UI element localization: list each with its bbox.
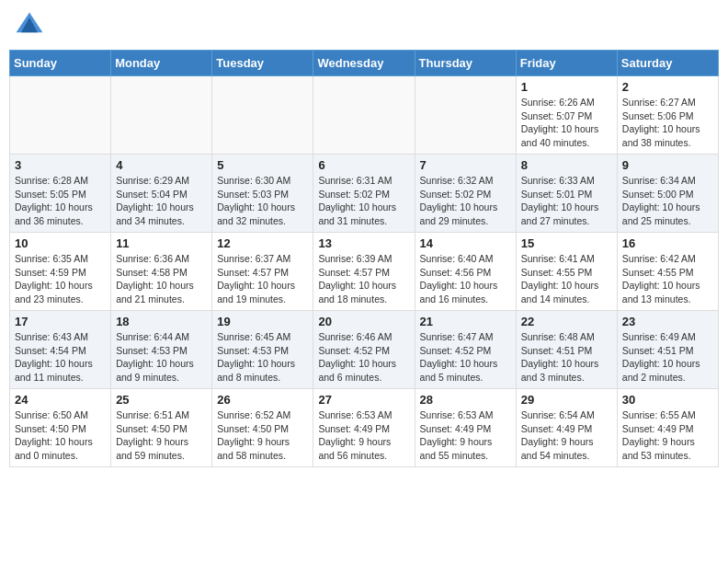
day-info: Sunrise: 6:34 AM Sunset: 5:00 PM Dayligh… <box>622 174 713 228</box>
calendar-day-cell: 8Sunrise: 6:33 AM Sunset: 5:01 PM Daylig… <box>516 155 617 233</box>
calendar-day-cell: 28Sunrise: 6:53 AM Sunset: 4:49 PM Dayli… <box>415 389 516 467</box>
day-info: Sunrise: 6:53 AM Sunset: 4:49 PM Dayligh… <box>318 408 409 463</box>
calendar-day-cell: 30Sunrise: 6:55 AM Sunset: 4:49 PM Dayli… <box>617 389 718 467</box>
day-number: 29 <box>521 393 612 407</box>
day-number: 3 <box>15 158 106 172</box>
day-number: 22 <box>521 315 612 328</box>
calendar-day-cell <box>313 76 415 155</box>
day-info: Sunrise: 6:50 AM Sunset: 4:50 PM Dayligh… <box>15 408 106 463</box>
day-number: 14 <box>420 236 511 250</box>
day-info: Sunrise: 6:27 AM Sunset: 5:06 PM Dayligh… <box>622 96 713 150</box>
calendar-day-cell: 13Sunrise: 6:39 AM Sunset: 4:57 PM Dayli… <box>313 233 415 311</box>
calendar-week-row: 17Sunrise: 6:43 AM Sunset: 4:54 PM Dayli… <box>10 311 719 389</box>
day-number: 1 <box>521 80 612 94</box>
day-number: 23 <box>622 315 713 328</box>
day-number: 7 <box>420 158 511 172</box>
day-info: Sunrise: 6:46 AM Sunset: 4:52 PM Dayligh… <box>318 330 409 385</box>
calendar-day-cell: 6Sunrise: 6:31 AM Sunset: 5:02 PM Daylig… <box>313 155 415 233</box>
day-info: Sunrise: 6:31 AM Sunset: 5:02 PM Dayligh… <box>318 174 409 228</box>
day-number: 10 <box>15 236 106 250</box>
weekday-header-cell: Thursday <box>415 51 516 76</box>
calendar-day-cell <box>111 76 212 155</box>
calendar-week-row: 24Sunrise: 6:50 AM Sunset: 4:50 PM Dayli… <box>10 389 719 467</box>
calendar-day-cell: 9Sunrise: 6:34 AM Sunset: 5:00 PM Daylig… <box>617 155 718 233</box>
day-info: Sunrise: 6:48 AM Sunset: 4:51 PM Dayligh… <box>521 330 612 385</box>
calendar-day-cell: 15Sunrise: 6:41 AM Sunset: 4:55 PM Dayli… <box>516 233 617 311</box>
weekday-header-cell: Friday <box>516 51 617 76</box>
day-info: Sunrise: 6:30 AM Sunset: 5:03 PM Dayligh… <box>217 174 308 228</box>
day-info: Sunrise: 6:36 AM Sunset: 4:58 PM Dayligh… <box>116 252 207 306</box>
calendar-day-cell: 26Sunrise: 6:52 AM Sunset: 4:50 PM Dayli… <box>212 389 313 467</box>
calendar-day-cell: 20Sunrise: 6:46 AM Sunset: 4:52 PM Dayli… <box>313 311 415 389</box>
calendar-day-cell: 22Sunrise: 6:48 AM Sunset: 4:51 PM Dayli… <box>516 311 617 389</box>
day-info: Sunrise: 6:49 AM Sunset: 4:51 PM Dayligh… <box>622 330 713 385</box>
day-number: 5 <box>217 158 308 172</box>
day-info: Sunrise: 6:26 AM Sunset: 5:07 PM Dayligh… <box>521 96 612 150</box>
calendar-week-row: 1Sunrise: 6:26 AM Sunset: 5:07 PM Daylig… <box>10 76 719 155</box>
logo <box>13 9 51 42</box>
calendar-day-cell: 10Sunrise: 6:35 AM Sunset: 4:59 PM Dayli… <box>10 233 111 311</box>
day-info: Sunrise: 6:54 AM Sunset: 4:49 PM Dayligh… <box>521 408 612 463</box>
day-number: 16 <box>622 236 713 250</box>
day-info: Sunrise: 6:42 AM Sunset: 4:55 PM Dayligh… <box>622 252 713 306</box>
day-info: Sunrise: 6:29 AM Sunset: 5:04 PM Dayligh… <box>116 174 207 228</box>
calendar-day-cell: 16Sunrise: 6:42 AM Sunset: 4:55 PM Dayli… <box>617 233 718 311</box>
calendar-day-cell: 25Sunrise: 6:51 AM Sunset: 4:50 PM Dayli… <box>111 389 212 467</box>
logo-icon <box>13 9 46 42</box>
calendar-day-cell: 11Sunrise: 6:36 AM Sunset: 4:58 PM Dayli… <box>111 233 212 311</box>
day-number: 4 <box>116 158 207 172</box>
day-info: Sunrise: 6:41 AM Sunset: 4:55 PM Dayligh… <box>521 252 612 306</box>
day-number: 8 <box>521 158 612 172</box>
weekday-header-cell: Wednesday <box>313 51 415 76</box>
day-number: 30 <box>622 393 713 407</box>
day-info: Sunrise: 6:32 AM Sunset: 5:02 PM Dayligh… <box>420 174 511 228</box>
day-number: 27 <box>318 393 409 407</box>
day-number: 25 <box>116 393 207 407</box>
day-info: Sunrise: 6:37 AM Sunset: 4:57 PM Dayligh… <box>217 252 308 306</box>
weekday-header-row: SundayMondayTuesdayWednesdayThursdayFrid… <box>10 51 719 76</box>
calendar-day-cell: 19Sunrise: 6:45 AM Sunset: 4:53 PM Dayli… <box>212 311 313 389</box>
calendar-day-cell: 12Sunrise: 6:37 AM Sunset: 4:57 PM Dayli… <box>212 233 313 311</box>
day-info: Sunrise: 6:28 AM Sunset: 5:05 PM Dayligh… <box>15 174 106 228</box>
day-number: 19 <box>217 315 308 328</box>
calendar-day-cell <box>10 76 111 155</box>
calendar-week-row: 3Sunrise: 6:28 AM Sunset: 5:05 PM Daylig… <box>10 155 719 233</box>
day-number: 15 <box>521 236 612 250</box>
day-info: Sunrise: 6:43 AM Sunset: 4:54 PM Dayligh… <box>15 330 106 385</box>
day-info: Sunrise: 6:47 AM Sunset: 4:52 PM Dayligh… <box>420 330 511 385</box>
day-info: Sunrise: 6:40 AM Sunset: 4:56 PM Dayligh… <box>420 252 511 306</box>
day-number: 18 <box>116 315 207 328</box>
day-number: 24 <box>15 393 106 407</box>
day-info: Sunrise: 6:55 AM Sunset: 4:49 PM Dayligh… <box>622 408 713 463</box>
day-number: 9 <box>622 158 713 172</box>
day-number: 11 <box>116 236 207 250</box>
day-number: 20 <box>318 315 409 328</box>
calendar-day-cell: 1Sunrise: 6:26 AM Sunset: 5:07 PM Daylig… <box>516 76 617 155</box>
day-number: 2 <box>622 80 713 94</box>
day-info: Sunrise: 6:51 AM Sunset: 4:50 PM Dayligh… <box>116 408 207 463</box>
day-info: Sunrise: 6:52 AM Sunset: 4:50 PM Dayligh… <box>217 408 308 463</box>
day-info: Sunrise: 6:44 AM Sunset: 4:53 PM Dayligh… <box>116 330 207 385</box>
calendar-day-cell <box>415 76 516 155</box>
day-number: 28 <box>420 393 511 407</box>
weekday-header-cell: Tuesday <box>212 51 313 76</box>
calendar-table: SundayMondayTuesdayWednesdayThursdayFrid… <box>9 50 719 467</box>
calendar-day-cell: 3Sunrise: 6:28 AM Sunset: 5:05 PM Daylig… <box>10 155 111 233</box>
calendar-day-cell: 24Sunrise: 6:50 AM Sunset: 4:50 PM Dayli… <box>10 389 111 467</box>
page-header <box>9 9 719 42</box>
calendar-day-cell: 29Sunrise: 6:54 AM Sunset: 4:49 PM Dayli… <box>516 389 617 467</box>
day-info: Sunrise: 6:39 AM Sunset: 4:57 PM Dayligh… <box>318 252 409 306</box>
calendar-day-cell: 18Sunrise: 6:44 AM Sunset: 4:53 PM Dayli… <box>111 311 212 389</box>
day-number: 17 <box>15 315 106 328</box>
calendar-day-cell <box>212 76 313 155</box>
day-number: 21 <box>420 315 511 328</box>
day-info: Sunrise: 6:33 AM Sunset: 5:01 PM Dayligh… <box>521 174 612 228</box>
weekday-header-cell: Sunday <box>10 51 111 76</box>
calendar-week-row: 10Sunrise: 6:35 AM Sunset: 4:59 PM Dayli… <box>10 233 719 311</box>
day-number: 13 <box>318 236 409 250</box>
calendar-day-cell: 17Sunrise: 6:43 AM Sunset: 4:54 PM Dayli… <box>10 311 111 389</box>
day-number: 26 <box>217 393 308 407</box>
calendar-day-cell: 5Sunrise: 6:30 AM Sunset: 5:03 PM Daylig… <box>212 155 313 233</box>
calendar-day-cell: 27Sunrise: 6:53 AM Sunset: 4:49 PM Dayli… <box>313 389 415 467</box>
calendar-day-cell: 21Sunrise: 6:47 AM Sunset: 4:52 PM Dayli… <box>415 311 516 389</box>
